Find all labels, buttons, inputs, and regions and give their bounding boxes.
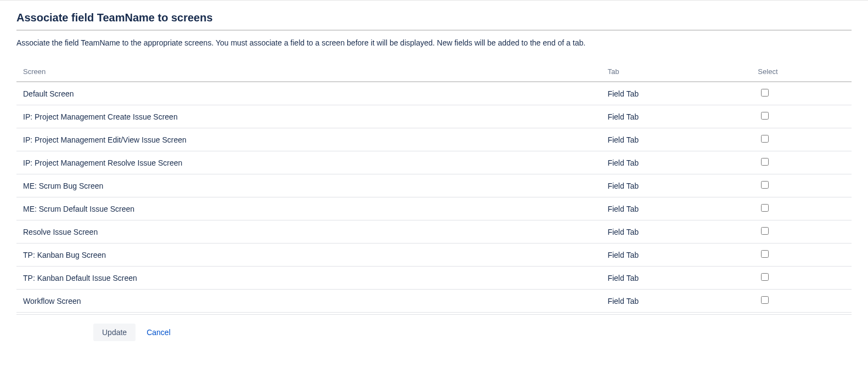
screen-name-cell: Resolve Issue Screen: [16, 220, 601, 244]
select-checkbox[interactable]: [761, 181, 769, 189]
tab-name-cell: Field Tab: [601, 267, 751, 290]
tab-name-cell: Field Tab: [601, 290, 751, 313]
screen-name-cell: Workflow Screen: [16, 290, 601, 313]
table-row: TP: Kanban Bug ScreenField Tab: [16, 244, 852, 267]
column-header-screen: Screen: [16, 62, 601, 82]
screen-name-cell: Default Screen: [16, 82, 601, 105]
select-checkbox[interactable]: [761, 89, 769, 97]
table-row: ME: Scrum Bug ScreenField Tab: [16, 174, 852, 197]
tab-name-cell: Field Tab: [601, 244, 751, 267]
table-row: Workflow ScreenField Tab: [16, 290, 852, 313]
select-cell: [751, 290, 852, 313]
table-row: Resolve Issue ScreenField Tab: [16, 220, 852, 244]
table-row: IP: Project Management Resolve Issue Scr…: [16, 151, 852, 174]
select-checkbox[interactable]: [761, 158, 769, 166]
select-checkbox[interactable]: [761, 296, 769, 304]
select-cell: [751, 105, 852, 128]
screen-name-cell: ME: Scrum Default Issue Screen: [16, 197, 601, 220]
screen-name-cell: ME: Scrum Bug Screen: [16, 174, 601, 197]
screen-name-cell: IP: Project Management Create Issue Scre…: [16, 105, 601, 128]
tab-name-cell: Field Tab: [601, 128, 751, 151]
tab-name-cell: Field Tab: [601, 197, 751, 220]
screen-name-cell: TP: Kanban Bug Screen: [16, 244, 601, 267]
table-row: ME: Scrum Default Issue ScreenField Tab: [16, 197, 852, 220]
column-header-tab: Tab: [601, 62, 751, 82]
page-title: Associate field TeamName to screens: [16, 12, 852, 31]
select-checkbox[interactable]: [761, 112, 769, 120]
select-cell: [751, 220, 852, 244]
page-description: Associate the field TeamName to the appr…: [16, 37, 852, 49]
screen-name-cell: IP: Project Management Edit/View Issue S…: [16, 128, 601, 151]
tab-name-cell: Field Tab: [601, 151, 751, 174]
tab-name-cell: Field Tab: [601, 82, 751, 105]
column-header-select: Select: [751, 62, 852, 82]
select-checkbox[interactable]: [761, 135, 769, 143]
table-row: IP: Project Management Create Issue Scre…: [16, 105, 852, 128]
tab-name-cell: Field Tab: [601, 220, 751, 244]
select-cell: [751, 82, 852, 105]
screen-name-cell: TP: Kanban Default Issue Screen: [16, 267, 601, 290]
update-button[interactable]: Update: [93, 324, 136, 341]
select-cell: [751, 244, 852, 267]
screen-name-cell: IP: Project Management Resolve Issue Scr…: [16, 151, 601, 174]
table-footer-divider: [16, 313, 852, 315]
select-cell: [751, 128, 852, 151]
select-cell: [751, 267, 852, 290]
cancel-link[interactable]: Cancel: [146, 328, 171, 337]
select-checkbox[interactable]: [761, 227, 769, 235]
screens-table: Screen Tab Select Default ScreenField Ta…: [16, 62, 852, 313]
footer-actions: Update Cancel: [16, 324, 852, 341]
select-checkbox[interactable]: [761, 250, 769, 258]
table-row: IP: Project Management Edit/View Issue S…: [16, 128, 852, 151]
select-cell: [751, 197, 852, 220]
tab-name-cell: Field Tab: [601, 174, 751, 197]
select-checkbox[interactable]: [761, 204, 769, 212]
table-row: Default ScreenField Tab: [16, 82, 852, 105]
select-checkbox[interactable]: [761, 273, 769, 281]
select-cell: [751, 151, 852, 174]
select-cell: [751, 174, 852, 197]
tab-name-cell: Field Tab: [601, 105, 751, 128]
table-row: TP: Kanban Default Issue ScreenField Tab: [16, 267, 852, 290]
